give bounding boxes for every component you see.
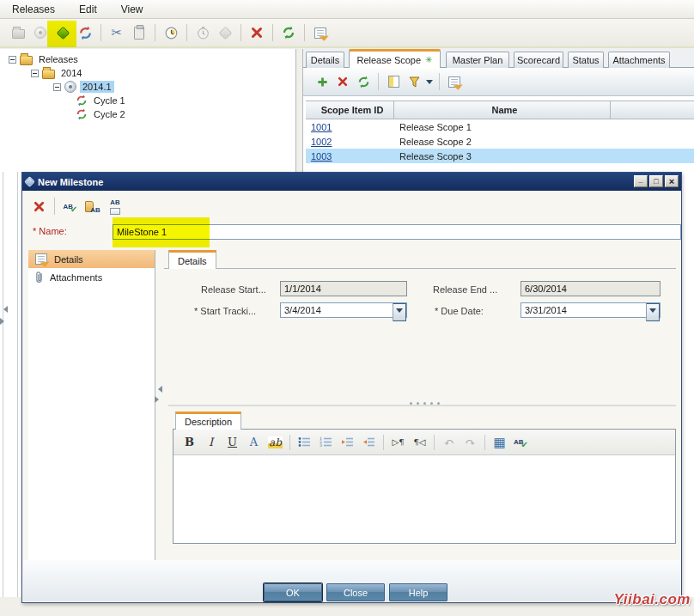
horizontal-splitter[interactable] [168, 405, 676, 406]
cycle-icon [76, 95, 88, 107]
new-milestone-button[interactable] [52, 21, 74, 44]
paste-button[interactable] [128, 21, 150, 44]
scope-toolbar [303, 68, 694, 96]
stopwatch-button[interactable] [192, 21, 214, 44]
underline-button[interactable]: U [222, 433, 243, 452]
sidebar-item-label: Details [54, 254, 83, 265]
scope-item-id-link[interactable]: 1002 [311, 137, 332, 147]
bullet-list-button[interactable] [294, 433, 315, 452]
checkmark-icon: ✔ [70, 204, 77, 214]
new-release-button[interactable] [29, 21, 52, 44]
release-tab-strip: Details Release Scope ✳ Master Plan Scor… [303, 49, 694, 68]
timeline-button[interactable] [160, 21, 182, 44]
set-filter-button[interactable] [404, 71, 424, 92]
right-to-left-button[interactable]: ¶◁ [409, 433, 430, 452]
undo-icon: ↶ [443, 435, 454, 450]
help-button[interactable]: Help [389, 583, 447, 601]
indent-button[interactable] [337, 433, 358, 452]
collapse-expander-icon[interactable] [31, 70, 39, 77]
toolbar-separator [272, 24, 273, 41]
clear-all-fields-button[interactable] [27, 196, 50, 217]
sidebar-collapse-handle[interactable] [0, 306, 7, 335]
collapse-expander-icon[interactable] [9, 56, 16, 64]
red-x-icon [251, 27, 263, 39]
tab-attachments[interactable]: Attachments [608, 52, 670, 68]
scope-memo-button[interactable] [444, 71, 465, 92]
tree-item-2014[interactable]: 2014 [0, 66, 295, 80]
splitter-dots[interactable] [410, 402, 440, 405]
tab-release-scope[interactable]: Release Scope ✳ [349, 49, 441, 68]
outdent-button[interactable] [358, 433, 380, 452]
tree-item-2014-1[interactable]: 2014.1 [0, 80, 295, 94]
filter-dropdown-button[interactable] [424, 71, 435, 92]
start-tracking-dropdown-button[interactable] [393, 303, 406, 321]
due-date-dropdown-button[interactable] [646, 303, 660, 321]
menu-releases[interactable]: Releases [0, 2, 67, 17]
thesaurus-button[interactable]: AB [82, 196, 104, 217]
dialog-title-bar[interactable]: New Milestone [22, 173, 681, 191]
tab-description[interactable]: Description [175, 412, 241, 430]
left-to-right-button[interactable]: ▷¶ [387, 433, 409, 452]
tree-item-cycle-2[interactable]: Cycle 2 [0, 107, 295, 121]
refresh-button[interactable] [277, 21, 300, 44]
tree-item-releases[interactable]: Releases [0, 52, 295, 66]
column-header-scope-item-id[interactable]: Scope Item ID [306, 101, 394, 119]
checkmark-icon: ✔ [521, 440, 528, 449]
description-editor[interactable] [174, 455, 675, 543]
select-columns-button[interactable] [383, 71, 404, 92]
folder-icon [42, 70, 55, 79]
table-row-selected[interactable]: 1003 Release Scope 3 [306, 149, 694, 163]
description-panel: B I U A ab 1 [173, 429, 676, 544]
milestone-disabled-button[interactable] [214, 21, 236, 44]
menu-view[interactable]: View [109, 2, 155, 17]
close-button-footer[interactable]: Close [326, 583, 385, 601]
editor-spell-check-button[interactable]: AB ✔ [510, 433, 532, 452]
maximize-button[interactable]: □ [649, 175, 663, 187]
new-cycle-button[interactable] [74, 21, 96, 44]
italic-button[interactable]: I [200, 433, 222, 452]
bold-button[interactable]: B [179, 433, 200, 452]
collapse-expander-icon[interactable] [53, 83, 61, 91]
due-date-combo[interactable]: 3/31/2014 [520, 302, 661, 318]
column-header-name[interactable]: Name [394, 101, 611, 119]
scope-item-id-link[interactable]: 1001 [311, 122, 332, 132]
tab-status[interactable]: Status [568, 52, 604, 68]
tab-scorecard[interactable]: Scorecard [514, 52, 563, 68]
minimize-button[interactable]: _ [634, 175, 648, 187]
table-row[interactable]: 1001 Release Scope 1 [306, 119, 694, 134]
ok-button[interactable]: OK [264, 583, 322, 601]
check-spelling-button[interactable]: AB ✔ [59, 196, 82, 217]
sidebar-item-attachments[interactable]: Attachments [28, 268, 155, 286]
tab-details-content[interactable]: Details [168, 250, 216, 269]
redo-button[interactable]: ↷ [460, 433, 481, 452]
milestone-name-input[interactable] [113, 224, 681, 240]
refresh-scope-button[interactable] [353, 71, 374, 92]
table-row[interactable]: 1002 Release Scope 2 [306, 134, 694, 149]
chevron-down-icon [426, 80, 433, 88]
menu-edit[interactable]: Edit [67, 2, 109, 17]
column-header-empty[interactable] [611, 101, 694, 119]
cut-button[interactable]: ✂ [106, 21, 128, 44]
new-folder-button[interactable] [7, 21, 29, 44]
delete-button[interactable] [246, 21, 268, 44]
table-icon: ▦ [493, 435, 505, 450]
delete-scope-item-button[interactable] [332, 71, 353, 92]
numbered-list-button[interactable]: 1 2 3 [315, 433, 337, 452]
font-color-button[interactable]: A [243, 433, 265, 452]
start-tracking-combo[interactable]: 3/4/2014 [280, 302, 407, 318]
undo-button[interactable]: ↶ [438, 433, 460, 452]
insert-table-button[interactable]: ▦ [489, 433, 510, 452]
send-by-email-button[interactable] [309, 21, 332, 44]
close-button[interactable]: × [665, 175, 679, 187]
add-scope-item-button[interactable] [312, 71, 332, 92]
highlight-button[interactable]: ab [265, 433, 286, 452]
tab-details[interactable]: Details [306, 52, 344, 68]
scope-item-id-link[interactable]: 1003 [311, 151, 332, 162]
dialog-splitter-handle[interactable] [155, 386, 161, 408]
spelling-options-button[interactable]: AB [104, 196, 126, 217]
numbered-list-icon: 1 2 3 [320, 436, 332, 448]
sidebar-item-details[interactable]: Details [28, 250, 155, 268]
tab-master-plan[interactable]: Master Plan [446, 52, 509, 68]
tab-label: Master Plan [453, 55, 503, 65]
tree-item-cycle-1[interactable]: Cycle 1 [0, 94, 295, 107]
